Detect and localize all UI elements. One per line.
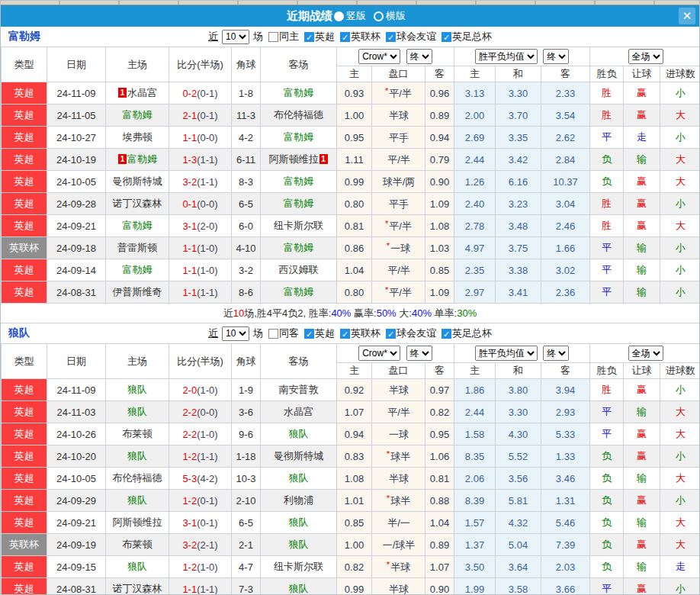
home-team-cell: 1水晶宫 xyxy=(106,82,169,105)
odds-period-select[interactable]: 终 xyxy=(406,346,432,361)
radio-unchecked-icon xyxy=(374,11,384,21)
match-date: 24-11-09 xyxy=(47,379,106,401)
league-badge: 英超 xyxy=(2,105,47,127)
full-time-score: 1-2 xyxy=(182,495,197,507)
handicap-cell: 平/半 xyxy=(372,149,425,171)
home-odds: 0.80 xyxy=(337,193,372,215)
avg-draw-odds: 6.16 xyxy=(496,171,541,193)
score-cell: 3-2(1-1) xyxy=(169,171,232,193)
same-home-checkbox[interactable]: 同主 xyxy=(268,30,299,43)
half-time-score: (1-0) xyxy=(197,243,217,254)
match-date: 24-10-20 xyxy=(47,445,106,468)
close-button[interactable]: ✕ xyxy=(679,8,695,24)
odds-period-select[interactable]: 终 xyxy=(406,49,432,64)
home-team-cell: 富勒姆 xyxy=(106,259,169,281)
col-header-away: 客场 xyxy=(261,47,337,82)
result-handicap: 赢 xyxy=(624,82,660,105)
avg-period-select[interactable]: 终 xyxy=(543,346,569,361)
home-odds: 0.81 xyxy=(337,215,372,237)
home-team: 伊普斯维奇 xyxy=(113,286,162,298)
changed-odds-star-icon: * xyxy=(385,86,388,95)
avg-win-odds: 2.06 xyxy=(454,468,496,490)
home-team: 水晶宫 xyxy=(127,87,157,98)
changed-odds-star-icon: * xyxy=(387,560,390,569)
result-handicap: 输 xyxy=(624,401,660,423)
match-count-select[interactable]: 10 xyxy=(222,30,249,44)
league-label: 英联杯 xyxy=(351,30,381,43)
corner-count: 2-1 xyxy=(232,534,261,556)
full-time-score: 1-1 xyxy=(182,584,197,595)
avg-odds-select[interactable]: 胜平负均值 xyxy=(475,49,538,64)
handicap-cell: *平/半 xyxy=(372,215,425,237)
home-team-cell: 伊普斯维奇 xyxy=(106,281,169,304)
away-team-cell: 富勒姆 xyxy=(261,281,337,304)
away-team-cell: 狼队 xyxy=(261,578,337,595)
result-wdl: 平 xyxy=(590,281,624,304)
corner-count: 1-18 xyxy=(232,445,261,468)
away-team-cell: 富勒姆 xyxy=(261,82,337,105)
away-team-cell: 富勒姆 xyxy=(261,171,337,193)
table-row: 英超 24-09-14 富勒姆 1-1(1-0) 3-2 西汉姆联 1.04 平… xyxy=(2,259,700,281)
match-date: 24-11-03 xyxy=(47,401,106,423)
home-odds: 1.07 xyxy=(337,401,372,423)
full-time-score: 0-1 xyxy=(182,198,197,210)
away-odds: 0.88 xyxy=(425,490,454,512)
scope-select[interactable]: 全场 xyxy=(628,49,663,64)
changed-odds-star-icon: * xyxy=(387,241,390,250)
home-odds: 0.94 xyxy=(337,423,372,445)
result-handicap: 赢 xyxy=(624,379,660,401)
avg-period-select[interactable]: 终 xyxy=(543,49,569,64)
match-date: 24-08-31 xyxy=(47,281,106,304)
home-team-cell: 狼队 xyxy=(106,379,169,401)
league-checkbox-facup[interactable]: ✓ 英足总杯 xyxy=(442,30,492,43)
corner-count: 3-2 xyxy=(232,259,261,281)
avg-win-odds: 3.50 xyxy=(454,556,496,578)
vertical-layout-radio[interactable]: 竖版 xyxy=(334,9,366,23)
league-label: 英足总杯 xyxy=(452,326,492,340)
handicap-cell: 一/球半 xyxy=(372,534,425,556)
home-team: 阿斯顿维拉 xyxy=(113,516,162,528)
league-checkbox-friendly[interactable]: ✓ 球会友谊 xyxy=(386,326,436,340)
league-checkbox-friendly[interactable]: ✓ 球会友谊 xyxy=(386,30,436,43)
avg-odds-header: 胜平负均值 终 xyxy=(454,47,590,66)
score-cell: 1-1(1-1) xyxy=(169,578,232,595)
score-cell: 1-1(0-0) xyxy=(169,127,232,149)
same-home-label: 同主 xyxy=(279,30,299,43)
result-handicap: 赢 xyxy=(624,215,660,237)
away-odds: 0.81 xyxy=(425,468,454,490)
home-team: 普雷斯顿 xyxy=(117,242,157,253)
league-checkbox-eflcup[interactable]: ✓ 英联杯 xyxy=(340,326,381,340)
avg-odds-select[interactable]: 胜平负均值 xyxy=(475,346,538,361)
league-checkbox-premier[interactable]: ✓ 英超 xyxy=(304,30,335,43)
home-team-cell: 布莱顿 xyxy=(106,534,169,556)
league-checkbox-facup[interactable]: ✓ 英足总杯 xyxy=(442,326,492,340)
odds-source-header: Crow* 终 xyxy=(337,344,454,363)
away-odds: 0.97 xyxy=(425,379,454,401)
league-checkbox-eflcup[interactable]: ✓ 英联杯 xyxy=(340,30,381,43)
away-odds: 0.82 xyxy=(425,401,454,423)
away-team-cell: 曼彻斯特城 xyxy=(261,445,337,468)
result-goals: 大 xyxy=(660,149,700,171)
league-checkbox-premier[interactable]: ✓ 英超 xyxy=(304,326,335,340)
odds-source-select[interactable]: Crow* xyxy=(358,49,400,64)
home-team: 诺丁汉森林 xyxy=(113,198,162,209)
home-team-cell: 狼队 xyxy=(106,556,169,578)
half-time-score: (4-2) xyxy=(197,473,217,484)
vertical-layout-label: 竖版 xyxy=(346,9,366,23)
match-count-select[interactable]: 10 xyxy=(222,326,249,341)
avg-win-odds: 2.78 xyxy=(454,215,496,237)
odds-source-select[interactable]: Crow* xyxy=(358,346,400,361)
horizontal-layout-radio[interactable]: 横版 xyxy=(374,9,406,23)
away-team: 富勒姆 xyxy=(284,198,313,209)
same-away-checkbox[interactable]: 同客 xyxy=(268,326,299,340)
red-card-icon: 1 xyxy=(118,88,127,98)
scope-select[interactable]: 全场 xyxy=(628,346,663,361)
home-team: 狼队 xyxy=(127,406,147,417)
match-date: 24-08-31 xyxy=(47,578,106,595)
result-handicap: 输 xyxy=(624,281,660,304)
corner-count: 4-10 xyxy=(232,237,261,259)
handicap-cell: 平手 xyxy=(372,193,425,215)
sub-header-home-odds: 主 xyxy=(337,363,372,379)
table-row: 英超 24-08-31 诺丁汉森林 1-1(1-1) 7-3 狼队 0.99 半… xyxy=(2,578,700,595)
corner-count: 6-5 xyxy=(232,512,261,534)
